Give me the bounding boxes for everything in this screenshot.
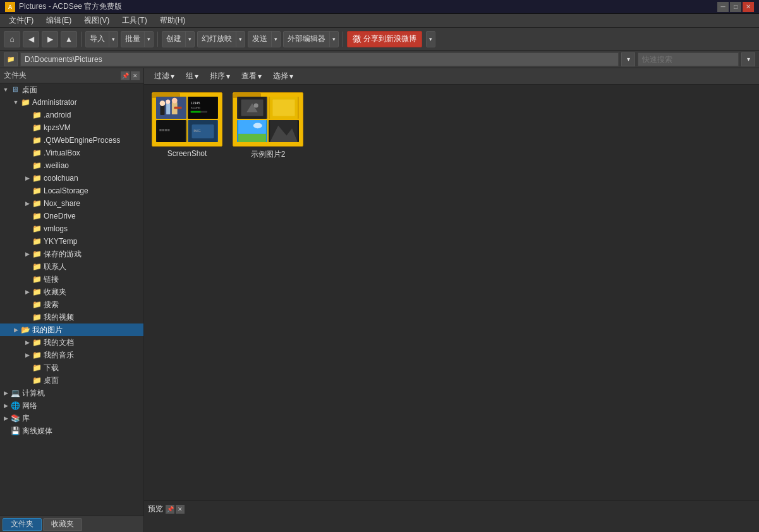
tree-item-desktop2[interactable]: ▶ 📁 桌面 <box>0 374 143 387</box>
folder-item-screenshot[interactable]: 12345 SCORE <box>149 90 225 162</box>
import-arrow[interactable]: ▾ <box>109 32 118 47</box>
tree-item-library[interactable]: ▶ 📚 库 <box>0 412 143 425</box>
search-go-button[interactable]: ▾ <box>741 52 755 66</box>
create-button[interactable]: 创建 ▾ <box>162 31 195 47</box>
preview-pin-button[interactable]: 📌 <box>166 505 174 514</box>
tree-item-vmlogs[interactable]: ▶ 📁 vmlogs <box>0 222 143 235</box>
tree-item-qtwebengine[interactable]: ▶ 📁 .QtWebEngineProcess <box>0 134 143 147</box>
tree-item-myvideo[interactable]: ▶ 📁 我的视频 <box>0 311 143 323</box>
external-editor-label[interactable]: 外部编辑器 <box>284 32 329 46</box>
tree-item-nox[interactable]: ▶ 📁 Nox_share <box>0 197 143 210</box>
sidebar-pin-button[interactable]: 📌 <box>121 71 130 80</box>
tree-item-desktop[interactable]: ▼ 🖥 桌面 <box>0 83 143 96</box>
folder-icon-links: 📁 <box>32 275 42 284</box>
weibo-more-arrow[interactable]: ▾ <box>427 32 435 47</box>
sort-button[interactable]: 排序 ▾ <box>205 70 235 83</box>
tree-item-mypictures[interactable]: ▶ 📂 我的图片 <box>0 323 143 336</box>
tree-item-search[interactable]: ▶ 📁 搜索 <box>0 298 143 311</box>
tree-item-administrator[interactable]: ▼ 📁 Administrator <box>0 96 143 109</box>
batch-button[interactable]: 批量 ▾ <box>121 31 154 47</box>
slideshow-arrow[interactable]: ▾ <box>236 32 245 47</box>
nav-forward-button[interactable]: ▶ <box>42 31 58 47</box>
slideshow-label[interactable]: 幻灯放映 <box>198 32 236 46</box>
slideshow-button[interactable]: 幻灯放映 ▾ <box>197 31 245 47</box>
nav-back-button[interactable]: ◀ <box>23 31 39 47</box>
search-input[interactable] <box>638 52 739 66</box>
expand-desktop[interactable]: ▼ <box>1 85 10 94</box>
tree-item-offline-media[interactable]: ▶ 💾 离线媒体 <box>0 425 143 437</box>
expand-mypictures[interactable]: ▶ <box>11 325 20 334</box>
menu-file[interactable]: 文件(F) <box>4 14 39 27</box>
tree-item-links[interactable]: ▶ 📁 链接 <box>0 273 143 286</box>
folder-icon-localstorage: 📁 <box>32 186 42 195</box>
external-editor-button[interactable]: 外部编辑器 ▾ <box>283 31 339 47</box>
expand-library[interactable]: ▶ <box>1 414 10 423</box>
tree-item-localstorage[interactable]: ▶ 📁 LocalStorage <box>0 184 143 197</box>
tree-item-kpzsvm[interactable]: ▶ 📁 kpzsVM <box>0 121 143 134</box>
tree-item-weiliao[interactable]: ▶ 📁 .weiliao <box>0 159 143 172</box>
import-label[interactable]: 导入 <box>86 32 109 46</box>
tree-item-computer[interactable]: ▶ 💻 计算机 <box>0 387 143 399</box>
tree-item-mymusic[interactable]: ▶ 📁 我的音乐 <box>0 349 143 361</box>
tree-item-network[interactable]: ▶ 🌐 网络 <box>0 399 143 412</box>
send-label[interactable]: 发送 <box>248 32 271 46</box>
expand-mymusic[interactable]: ▶ <box>23 351 32 360</box>
create-arrow[interactable]: ▾ <box>185 32 194 47</box>
expand-favorites[interactable]: ▶ <box>23 287 32 296</box>
sidebar-close-button[interactable]: ✕ <box>131 71 140 80</box>
folder-icon-weiliao: 📁 <box>32 161 42 170</box>
batch-arrow[interactable]: ▾ <box>144 32 153 47</box>
tree-item-onedrive[interactable]: ▶ 📁 OneDrive <box>0 210 143 222</box>
tree-label-mydocs: 我的文档 <box>44 337 74 348</box>
folder-item-example2[interactable]: 示例图片2 <box>230 90 306 162</box>
tree-item-downloads[interactable]: ▶ 📁 下载 <box>0 361 143 374</box>
tree-label-desktop: 桌面 <box>22 85 37 95</box>
group-button[interactable]: 组 ▾ <box>181 70 203 83</box>
external-editor-arrow[interactable]: ▾ <box>329 32 338 47</box>
preview-close-button[interactable]: ✕ <box>176 505 185 514</box>
thumb-cell-e1 <box>237 97 267 119</box>
send-button[interactable]: 发送 ▾ <box>248 31 281 47</box>
expand-nox[interactable]: ▶ <box>23 199 32 208</box>
filter-button[interactable]: 过滤 ▾ <box>149 70 179 83</box>
select-button[interactable]: 选择 ▾ <box>268 70 298 83</box>
minimize-button[interactable]: ─ <box>717 2 729 12</box>
tab-favorites[interactable]: 收藏夹 <box>43 518 82 531</box>
weibo-button[interactable]: 微 分享到新浪微博 <box>347 31 422 47</box>
tab-folder[interactable]: 文件夹 <box>3 518 42 531</box>
menu-help[interactable]: 帮助(H) <box>155 14 191 27</box>
import-button[interactable]: 导入 ▾ <box>85 31 118 47</box>
expand-savedgames[interactable]: ▶ <box>23 250 32 258</box>
expand-mydocs[interactable]: ▶ <box>23 338 32 347</box>
tree-item-mydocs[interactable]: ▶ 📁 我的文档 <box>0 336 143 349</box>
tree-label-nox: Nox_share <box>44 199 80 208</box>
folder-icon-mypictures: 📂 <box>20 325 30 334</box>
expand-administrator[interactable]: ▼ <box>11 98 20 107</box>
menu-edit[interactable]: 编辑(E) <box>41 14 76 27</box>
tree-label-offline-media: 离线媒体 <box>22 426 52 437</box>
nav-home-button[interactable]: ⌂ <box>4 31 20 47</box>
send-arrow[interactable]: ▾ <box>271 32 280 47</box>
weibo-more-button[interactable]: ▾ <box>426 31 435 47</box>
tree-item-virtualbox[interactable]: ▶ 📁 .VirtualBox <box>0 147 143 159</box>
batch-label[interactable]: 批量 <box>121 32 144 46</box>
expand-computer[interactable]: ▶ <box>1 389 10 397</box>
tree-item-contacts[interactable]: ▶ 📁 联系人 <box>0 260 143 273</box>
nav-up-button[interactable]: ▲ <box>61 31 77 47</box>
tree-item-favorites[interactable]: ▶ 📁 收藏夹 <box>0 286 143 298</box>
address-dropdown-button[interactable]: ▾ <box>621 52 635 66</box>
tree-item-savedgames[interactable]: ▶ 📁 保存的游戏 <box>0 248 143 260</box>
view-button[interactable]: 查看 ▾ <box>236 70 267 83</box>
create-label[interactable]: 创建 <box>162 32 185 46</box>
menu-view[interactable]: 视图(V) <box>79 14 114 27</box>
tree-item-ykytemp[interactable]: ▶ 📁 YKYTemp <box>0 235 143 248</box>
maximize-button[interactable]: □ <box>730 2 741 12</box>
address-input[interactable] <box>20 52 619 66</box>
expand-network[interactable]: ▶ <box>1 401 10 410</box>
expand-coolchuan[interactable]: ▶ <box>23 174 32 183</box>
tree-label-contacts: 联系人 <box>44 262 66 272</box>
close-button[interactable]: ✕ <box>743 2 754 12</box>
tree-item-android[interactable]: ▶ 📁 .android <box>0 109 143 121</box>
tree-item-coolchuan[interactable]: ▶ 📁 coolchuan <box>0 172 143 184</box>
menu-tools[interactable]: 工具(T) <box>117 14 152 27</box>
